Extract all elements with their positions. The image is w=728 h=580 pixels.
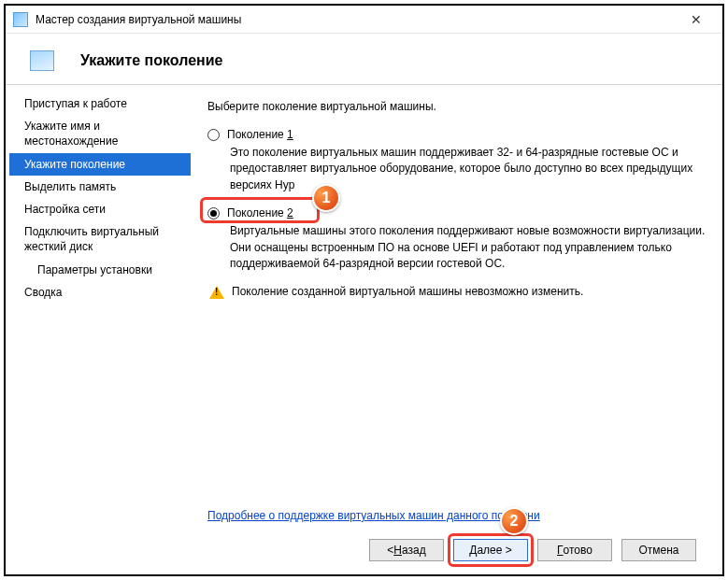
option-gen2[interactable]: Поколение 2 (207, 206, 709, 219)
cancel-button[interactable]: Отмена (621, 539, 696, 561)
content-pane: Выберите поколение виртуальной машины. П… (191, 85, 722, 574)
wizard-window: Мастер создания виртуальной машины ✕ Ука… (4, 4, 724, 576)
wizard-steps-sidebar: Приступая к работе Укажите имя и местона… (6, 85, 191, 574)
wizard-icon (30, 50, 54, 71)
warning-icon (209, 286, 224, 299)
button-row: < Назад Далее > 2 Готово Отмена (207, 530, 709, 574)
option-gen2-desc: Виртуальные машины этого поколения подде… (230, 223, 709, 272)
page-header: Укажите поколение (6, 34, 722, 85)
sidebar-item-name-location[interactable]: Укажите имя и местонахождение (9, 115, 191, 152)
radio-gen1[interactable] (207, 129, 220, 141)
option-gen1[interactable]: Поколение 1 (207, 128, 709, 141)
sidebar-item-summary[interactable]: Сводка (9, 281, 191, 304)
back-button[interactable]: < Назад (369, 539, 444, 561)
sidebar-item-start[interactable]: Приступая к работе (9, 92, 191, 115)
sidebar-item-generation[interactable]: Укажите поколение (9, 153, 191, 176)
app-icon (13, 12, 28, 27)
sidebar-item-memory[interactable]: Выделить память (9, 176, 191, 198)
window-title: Мастер создания виртуальной машины (36, 13, 678, 26)
next-button-wrap: Далее > 2 (453, 539, 528, 561)
option-gen1-label: Поколение 1 (227, 128, 293, 141)
sidebar-item-network[interactable]: Настройка сети (9, 198, 191, 220)
close-button[interactable]: ✕ (678, 7, 715, 33)
next-button[interactable]: Далее > (453, 539, 528, 561)
titlebar: Мастер создания виртуальной машины ✕ (6, 6, 722, 34)
radio-gen2[interactable] (207, 207, 220, 219)
sidebar-item-install-options[interactable]: Параметры установки (9, 259, 191, 281)
more-info-link[interactable]: Подробнее о поддержке виртуальных машин … (207, 509, 709, 522)
finish-button[interactable]: Готово (537, 539, 612, 561)
intro-text: Выберите поколение виртуальной машины. (207, 100, 709, 113)
option-gen2-label: Поколение 2 (227, 206, 293, 219)
option-gen1-desc: Это поколение виртуальных машин поддержи… (230, 145, 709, 193)
sidebar-item-vhd[interactable]: Подключить виртуальный жесткий диск (9, 220, 191, 258)
warning-row: Поколение созданной виртуальной машины н… (209, 285, 709, 299)
warning-text: Поколение созданной виртуальной машины н… (232, 285, 583, 298)
page-title: Укажите поколение (80, 52, 222, 69)
